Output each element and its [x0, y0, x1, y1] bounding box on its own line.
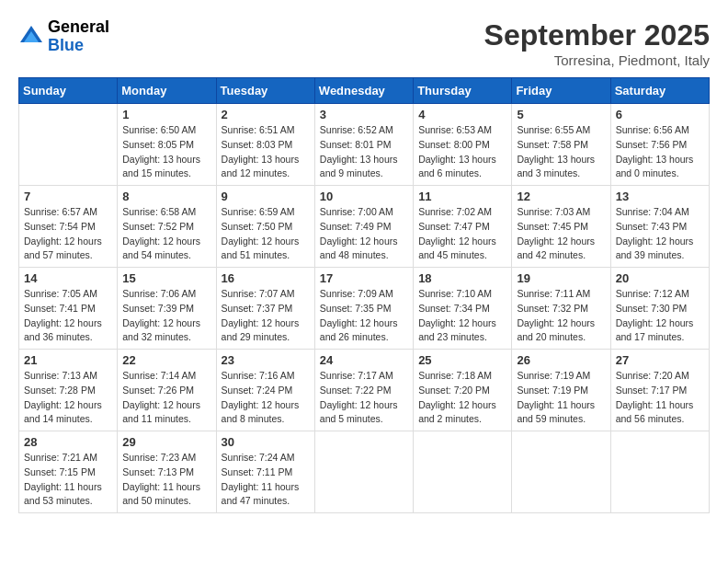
day-number: 21: [24, 353, 112, 367]
day-cell: 28Sunrise: 7:21 AMSunset: 7:15 PMDayligh…: [19, 431, 118, 513]
day-cell: 24Sunrise: 7:17 AMSunset: 7:22 PMDayligh…: [314, 350, 413, 431]
day-number: 19: [517, 271, 605, 285]
logo-text: General Blue: [48, 18, 109, 55]
day-cell: 19Sunrise: 7:11 AMSunset: 7:32 PMDayligh…: [512, 268, 610, 350]
day-number: 15: [122, 271, 210, 285]
day-cell: 6Sunrise: 6:56 AMSunset: 7:56 PMDaylight…: [610, 104, 709, 186]
day-cell: 7Sunrise: 6:57 AMSunset: 7:54 PMDaylight…: [19, 186, 118, 268]
day-cell: 15Sunrise: 7:06 AMSunset: 7:39 PMDayligh…: [118, 268, 216, 350]
day-info: Sunrise: 7:00 AMSunset: 7:49 PMDaylight:…: [320, 205, 408, 263]
day-number: 26: [517, 353, 605, 367]
day-cell: 9Sunrise: 6:59 AMSunset: 7:50 PMDaylight…: [216, 186, 314, 268]
day-info: Sunrise: 7:14 AMSunset: 7:26 PMDaylight:…: [122, 369, 210, 427]
day-info: Sunrise: 7:17 AMSunset: 7:22 PMDaylight:…: [320, 369, 408, 427]
day-number: 1: [122, 108, 210, 121]
day-info: Sunrise: 7:20 AMSunset: 7:17 PMDaylight:…: [616, 369, 704, 427]
header-cell-sunday: Sunday: [19, 78, 118, 104]
day-info: Sunrise: 6:52 AMSunset: 8:01 PMDaylight:…: [320, 123, 408, 181]
day-cell: 14Sunrise: 7:05 AMSunset: 7:41 PMDayligh…: [19, 268, 118, 350]
day-info: Sunrise: 7:19 AMSunset: 7:19 PMDaylight:…: [517, 369, 605, 427]
day-info: Sunrise: 7:07 AMSunset: 7:37 PMDaylight:…: [222, 287, 310, 345]
title-block: September 2025 Torresina, Piedmont, Ital…: [484, 18, 710, 68]
day-cell: 4Sunrise: 6:53 AMSunset: 8:00 PMDaylight…: [414, 104, 512, 186]
day-info: Sunrise: 7:02 AMSunset: 7:47 PMDaylight:…: [418, 205, 506, 263]
day-cell: 21Sunrise: 7:13 AMSunset: 7:28 PMDayligh…: [19, 350, 118, 431]
day-cell: 10Sunrise: 7:00 AMSunset: 7:49 PMDayligh…: [314, 186, 413, 268]
logo: General Blue: [18, 18, 109, 55]
day-cell: 23Sunrise: 7:16 AMSunset: 7:24 PMDayligh…: [216, 350, 314, 431]
day-number: 22: [122, 353, 210, 367]
day-info: Sunrise: 7:24 AMSunset: 7:11 PMDaylight:…: [222, 451, 310, 509]
day-number: 13: [616, 190, 704, 203]
day-number: 18: [418, 271, 506, 285]
day-number: 10: [320, 190, 408, 203]
day-info: Sunrise: 7:05 AMSunset: 7:41 PMDaylight:…: [24, 287, 112, 345]
day-info: Sunrise: 6:56 AMSunset: 7:56 PMDaylight:…: [616, 123, 704, 181]
header-cell-saturday: Saturday: [610, 78, 709, 104]
day-info: Sunrise: 7:10 AMSunset: 7:34 PMDaylight:…: [418, 287, 506, 345]
day-number: 6: [616, 108, 704, 121]
calendar-table: SundayMondayTuesdayWednesdayThursdayFrid…: [18, 77, 710, 513]
day-number: 27: [616, 353, 704, 367]
calendar-header: SundayMondayTuesdayWednesdayThursdayFrid…: [19, 78, 710, 104]
day-number: 14: [24, 271, 112, 285]
week-row-1: 1Sunrise: 6:50 AMSunset: 8:05 PMDaylight…: [19, 104, 710, 186]
day-info: Sunrise: 7:12 AMSunset: 7:30 PMDaylight:…: [616, 287, 704, 345]
week-row-2: 7Sunrise: 6:57 AMSunset: 7:54 PMDaylight…: [19, 186, 710, 268]
day-cell: 8Sunrise: 6:58 AMSunset: 7:52 PMDaylight…: [118, 186, 216, 268]
day-cell: 26Sunrise: 7:19 AMSunset: 7:19 PMDayligh…: [512, 350, 610, 431]
day-info: Sunrise: 7:18 AMSunset: 7:20 PMDaylight:…: [418, 369, 506, 427]
day-info: Sunrise: 7:04 AMSunset: 7:43 PMDaylight:…: [616, 205, 704, 263]
day-cell: 2Sunrise: 6:51 AMSunset: 8:03 PMDaylight…: [216, 104, 314, 186]
header-cell-wednesday: Wednesday: [314, 78, 413, 104]
day-cell: 13Sunrise: 7:04 AMSunset: 7:43 PMDayligh…: [610, 186, 709, 268]
day-info: Sunrise: 6:53 AMSunset: 8:00 PMDaylight:…: [418, 123, 506, 181]
day-number: 3: [320, 108, 408, 121]
day-info: Sunrise: 6:59 AMSunset: 7:50 PMDaylight:…: [222, 205, 310, 263]
day-cell: [19, 104, 118, 186]
day-number: 12: [517, 190, 605, 203]
day-info: Sunrise: 7:03 AMSunset: 7:45 PMDaylight:…: [517, 205, 605, 263]
day-cell: 16Sunrise: 7:07 AMSunset: 7:37 PMDayligh…: [216, 268, 314, 350]
header-cell-friday: Friday: [512, 78, 610, 104]
day-cell: 22Sunrise: 7:14 AMSunset: 7:26 PMDayligh…: [118, 350, 216, 431]
day-cell: 11Sunrise: 7:02 AMSunset: 7:47 PMDayligh…: [414, 186, 512, 268]
day-number: 20: [616, 271, 704, 285]
day-info: Sunrise: 6:58 AMSunset: 7:52 PMDaylight:…: [122, 205, 210, 263]
day-number: 11: [418, 190, 506, 203]
page-header: General Blue September 2025 Torresina, P…: [18, 18, 710, 68]
day-info: Sunrise: 6:55 AMSunset: 7:58 PMDaylight:…: [517, 123, 605, 181]
day-cell: 30Sunrise: 7:24 AMSunset: 7:11 PMDayligh…: [216, 431, 314, 513]
header-cell-monday: Monday: [118, 78, 216, 104]
day-cell: [414, 431, 512, 513]
day-cell: 17Sunrise: 7:09 AMSunset: 7:35 PMDayligh…: [314, 268, 413, 350]
day-info: Sunrise: 7:16 AMSunset: 7:24 PMDaylight:…: [222, 369, 310, 427]
day-number: 17: [320, 271, 408, 285]
day-cell: 20Sunrise: 7:12 AMSunset: 7:30 PMDayligh…: [610, 268, 709, 350]
week-row-3: 14Sunrise: 7:05 AMSunset: 7:41 PMDayligh…: [19, 268, 710, 350]
day-info: Sunrise: 6:51 AMSunset: 8:03 PMDaylight:…: [222, 123, 310, 181]
day-info: Sunrise: 7:06 AMSunset: 7:39 PMDaylight:…: [122, 287, 210, 345]
day-info: Sunrise: 7:11 AMSunset: 7:32 PMDaylight:…: [517, 287, 605, 345]
calendar-body: 1Sunrise: 6:50 AMSunset: 8:05 PMDaylight…: [19, 104, 710, 513]
day-cell: 5Sunrise: 6:55 AMSunset: 7:58 PMDaylight…: [512, 104, 610, 186]
day-number: 9: [222, 190, 310, 203]
day-cell: [512, 431, 610, 513]
week-row-4: 21Sunrise: 7:13 AMSunset: 7:28 PMDayligh…: [19, 350, 710, 431]
month-title: September 2025: [484, 18, 710, 52]
day-cell: [314, 431, 413, 513]
day-info: Sunrise: 7:09 AMSunset: 7:35 PMDaylight:…: [320, 287, 408, 345]
day-cell: 3Sunrise: 6:52 AMSunset: 8:01 PMDaylight…: [314, 104, 413, 186]
day-cell: 18Sunrise: 7:10 AMSunset: 7:34 PMDayligh…: [414, 268, 512, 350]
header-cell-thursday: Thursday: [414, 78, 512, 104]
logo-blue: Blue: [48, 37, 109, 55]
day-info: Sunrise: 7:23 AMSunset: 7:13 PMDaylight:…: [122, 451, 210, 509]
header-row: SundayMondayTuesdayWednesdayThursdayFrid…: [19, 78, 710, 104]
day-cell: 1Sunrise: 6:50 AMSunset: 8:05 PMDaylight…: [118, 104, 216, 186]
day-number: 2: [222, 108, 310, 121]
day-number: 7: [24, 190, 112, 203]
logo-general: General: [48, 18, 109, 37]
day-number: 30: [222, 435, 310, 449]
week-row-5: 28Sunrise: 7:21 AMSunset: 7:15 PMDayligh…: [19, 431, 710, 513]
day-number: 8: [122, 190, 210, 203]
